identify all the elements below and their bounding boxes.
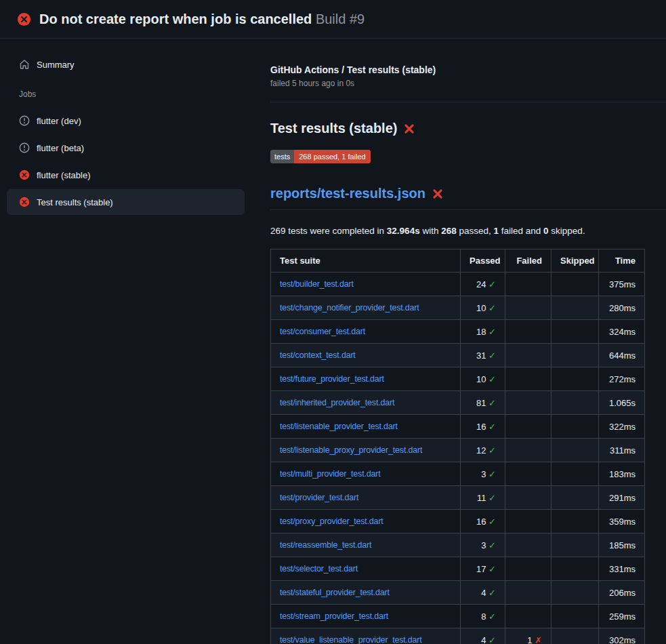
time-cell: 206ms bbox=[599, 581, 645, 605]
suite-link[interactable]: test/inherited_provider_test.dart bbox=[280, 398, 394, 407]
time-cell: 644ms bbox=[599, 344, 645, 367]
skipped-cell bbox=[551, 605, 599, 628]
main-content: GitHub Actions / Test results (stable) f… bbox=[254, 39, 666, 644]
suite-link[interactable]: test/listenable_proxy_provider_test.dart bbox=[280, 445, 422, 455]
check-icon: ✓ bbox=[488, 493, 496, 503]
x-circle-icon bbox=[19, 197, 30, 207]
suite-link[interactable]: test/builder_test.dart bbox=[280, 279, 354, 289]
skipped-cell bbox=[551, 367, 599, 391]
x-icon: ✗ bbox=[535, 635, 542, 644]
passed-cell: 81 ✓ bbox=[461, 391, 505, 415]
suite-link[interactable]: test/reassemble_test.dart bbox=[280, 540, 371, 550]
passed-cell: 11 ✓ bbox=[461, 486, 505, 510]
time-cell: 280ms bbox=[599, 296, 645, 320]
col-skipped: Skipped bbox=[551, 249, 599, 273]
count-value: 11 bbox=[477, 493, 488, 503]
table-row: test/context_test.dart31 ✓644ms bbox=[271, 344, 645, 367]
summary-line: 269 tests were completed in 32.964s with… bbox=[270, 226, 666, 236]
breadcrumb: GitHub Actions / Test results (stable) bbox=[270, 64, 666, 75]
failed-cell bbox=[505, 367, 551, 391]
time-cell: 331ms bbox=[599, 557, 645, 581]
col-passed: Passed bbox=[461, 249, 505, 273]
failed-cell bbox=[505, 486, 551, 510]
passed-cell: 4 ✓ bbox=[461, 581, 505, 605]
table-row: test/listenable_provider_test.dart16 ✓32… bbox=[271, 415, 645, 439]
count-value: 16 bbox=[476, 422, 488, 432]
table-row: test/change_notifier_provider_test.dart1… bbox=[271, 296, 645, 320]
suite-cell: test/value_listenable_provider_test.dart bbox=[271, 628, 461, 644]
count-value: 1 bbox=[527, 635, 535, 644]
suite-link[interactable]: test/proxy_provider_test.dart bbox=[280, 517, 383, 526]
check-icon: ✓ bbox=[488, 279, 496, 289]
section-title-text: Test results (stable) bbox=[270, 121, 397, 136]
check-icon: ✓ bbox=[488, 422, 496, 432]
summary-failed-count: 1 bbox=[494, 226, 499, 236]
suite-link[interactable]: test/stateful_provider_test.dart bbox=[280, 588, 390, 597]
time-cell: 324ms bbox=[599, 320, 645, 344]
skipped-cell bbox=[551, 486, 599, 510]
sidebar-item-flutter-stable[interactable]: flutter (stable) bbox=[7, 162, 245, 188]
suite-cell: test/listenable_provider_test.dart bbox=[271, 415, 461, 439]
failed-cell bbox=[505, 320, 551, 344]
suite-link[interactable]: test/change_notifier_provider_test.dart bbox=[280, 303, 419, 313]
test-results-table: Test suite Passed Failed Skipped Time te… bbox=[270, 249, 645, 644]
page-title: Do not create report when job is cancell… bbox=[39, 12, 365, 27]
summary-text: skipped. bbox=[549, 226, 585, 236]
suite-link[interactable]: test/selector_test.dart bbox=[280, 564, 358, 573]
passed-cell: 31 ✓ bbox=[461, 344, 505, 367]
check-icon: ✓ bbox=[488, 374, 496, 384]
sidebar-item-flutter-beta[interactable]: flutter (beta) bbox=[7, 135, 245, 161]
suite-link[interactable]: test/multi_provider_test.dart bbox=[280, 469, 380, 479]
skipped-cell bbox=[551, 391, 599, 415]
check-icon: ✓ bbox=[488, 469, 496, 479]
sidebar-item-flutter-dev[interactable]: flutter (dev) bbox=[7, 108, 245, 134]
run-title-text: Do not create report when job is cancell… bbox=[39, 12, 312, 26]
suite-link[interactable]: test/context_test.dart bbox=[280, 350, 356, 360]
time-cell: 183ms bbox=[599, 462, 645, 486]
suite-link[interactable]: test/listenable_provider_test.dart bbox=[280, 422, 398, 431]
table-row: test/future_provider_test.dart10 ✓272ms bbox=[271, 367, 645, 391]
count-value: 3 bbox=[481, 540, 488, 550]
failed-cell bbox=[505, 581, 551, 605]
suite-link[interactable]: test/stream_provider_test.dart bbox=[280, 611, 388, 621]
passed-cell: 8 ✓ bbox=[461, 605, 505, 628]
failed-cell bbox=[505, 391, 551, 415]
check-icon: ✓ bbox=[488, 635, 496, 644]
count-value: 18 bbox=[476, 327, 488, 337]
failed-cell bbox=[505, 534, 551, 557]
passed-cell: 16 ✓ bbox=[461, 415, 505, 439]
time-cell: 311ms bbox=[599, 439, 645, 462]
check-icon: ✓ bbox=[488, 303, 496, 313]
check-icon: ✓ bbox=[488, 350, 496, 361]
count-value: 8 bbox=[481, 611, 488, 622]
suite-link[interactable]: test/provider_test.dart bbox=[280, 493, 358, 502]
sidebar-item-test-results-stable[interactable]: Test results (stable) bbox=[7, 189, 245, 215]
suite-cell: test/proxy_provider_test.dart bbox=[271, 510, 461, 534]
suite-link[interactable]: test/value_listenable_provider_test.dart bbox=[280, 635, 422, 644]
skipped-cell bbox=[551, 510, 599, 534]
skipped-cell bbox=[551, 462, 599, 486]
run-meta: failed 5 hours ago in 0s bbox=[270, 79, 666, 88]
failed-cell bbox=[505, 557, 551, 581]
count-value: 17 bbox=[476, 564, 488, 574]
count-value: 12 bbox=[476, 445, 488, 456]
table-row: test/stateful_provider_test.dart4 ✓206ms bbox=[271, 581, 645, 605]
suite-link[interactable]: test/future_provider_test.dart bbox=[280, 374, 384, 384]
report-link[interactable]: reports/test-results.json bbox=[270, 186, 425, 201]
suite-link[interactable]: test/consumer_test.dart bbox=[280, 327, 365, 336]
failed-cell bbox=[505, 296, 551, 320]
skipped-cell bbox=[551, 534, 599, 557]
table-row: test/proxy_provider_test.dart16 ✓359ms bbox=[271, 510, 645, 534]
suite-cell: test/change_notifier_provider_test.dart bbox=[271, 296, 461, 320]
skipped-cell bbox=[551, 557, 599, 581]
time-cell: 185ms bbox=[599, 534, 645, 557]
table-row: test/reassemble_test.dart3 ✓185ms bbox=[271, 534, 645, 557]
skipped-cell bbox=[551, 628, 599, 644]
skipped-cell bbox=[551, 344, 599, 367]
check-run-header: Do not create report when job is cancell… bbox=[0, 0, 666, 39]
report-heading: reports/test-results.json bbox=[270, 186, 666, 210]
failed-cell bbox=[505, 415, 551, 439]
check-icon: ✓ bbox=[488, 398, 496, 408]
time-cell: 359ms bbox=[599, 510, 645, 534]
sidebar-item-summary[interactable]: Summary bbox=[7, 52, 245, 77]
